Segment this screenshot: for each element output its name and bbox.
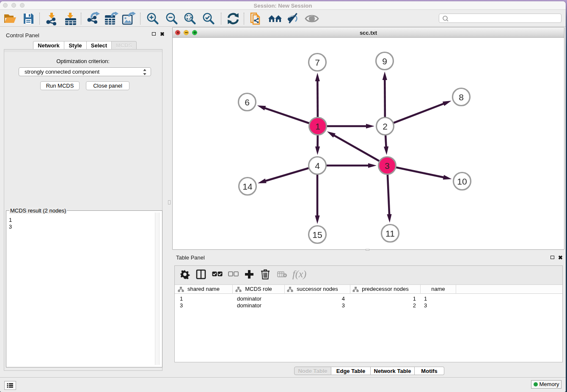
svg-text:8: 8 bbox=[459, 92, 464, 102]
svg-text:6: 6 bbox=[245, 97, 250, 107]
svg-text:10: 10 bbox=[457, 177, 467, 186]
svg-text:11: 11 bbox=[385, 229, 395, 238]
svg-text:9: 9 bbox=[382, 56, 387, 66]
svg-text:15: 15 bbox=[312, 230, 322, 240]
svg-text:4: 4 bbox=[315, 161, 320, 171]
svg-text:14: 14 bbox=[242, 182, 253, 191]
svg-text:3: 3 bbox=[385, 161, 390, 171]
svg-text:1: 1 bbox=[315, 121, 320, 131]
svg-text:7: 7 bbox=[315, 58, 320, 67]
svg-text:2: 2 bbox=[383, 121, 388, 131]
